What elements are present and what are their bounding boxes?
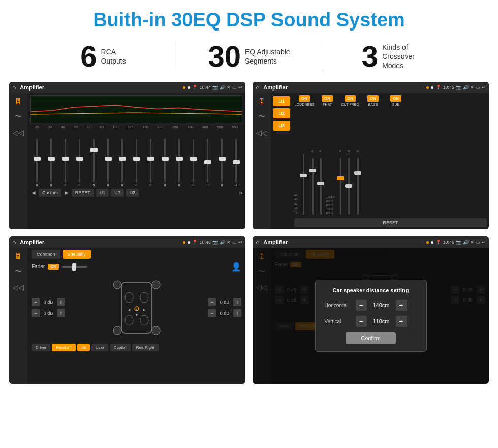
db-minus-bl[interactable]: − <box>32 309 40 317</box>
eq-thumb-6[interactable] <box>119 157 126 161</box>
dialog-confirm-button[interactable]: Confirm <box>346 332 396 344</box>
fader-wave-icon[interactable]: 〜 <box>15 267 22 276</box>
svg-point-11 <box>152 281 160 289</box>
eq-tune-icon[interactable]: 🎛 <box>15 97 22 105</box>
speaker-icon-1: 🔊 <box>220 85 225 90</box>
toggle-phat-state[interactable]: ON <box>322 95 333 102</box>
amp-reset-btn[interactable]: RESET <box>294 218 487 227</box>
amp-preset-u1[interactable]: U1 <box>273 96 290 106</box>
dialog-confirm-row: Confirm <box>325 332 417 344</box>
eq-u1-btn[interactable]: U1 <box>96 189 109 197</box>
fader-tune-icon[interactable]: 🎛 <box>15 252 22 260</box>
eq-track-11[interactable] <box>193 139 194 182</box>
eq-val-4: 5 <box>93 183 95 187</box>
status-dot-1 <box>183 86 185 89</box>
fader-thumb[interactable] <box>72 263 76 271</box>
eq-val-7: 0 <box>136 183 138 187</box>
btn-user[interactable]: User <box>91 344 108 351</box>
toggle-cutfreq-state[interactable]: ON <box>345 95 356 102</box>
fader-track[interactable] <box>62 266 87 268</box>
eq-preset-custom[interactable]: Custom <box>39 189 61 197</box>
btn-rearright[interactable]: RearRight <box>132 344 159 351</box>
eq-track-0[interactable] <box>36 139 38 182</box>
eq-thumb-13[interactable] <box>219 157 226 161</box>
svg-text:▼: ▼ <box>135 313 139 317</box>
db-minus-tr[interactable]: − <box>208 298 216 306</box>
amp-preset-u3[interactable]: U3 <box>273 121 290 131</box>
eq-wave-icon[interactable]: 〜 <box>15 112 22 122</box>
amp-preset-u2[interactable]: U2 <box>273 108 290 118</box>
stat-rca: 6 RCA Outputs <box>30 42 176 71</box>
eq-track-3[interactable] <box>79 139 80 182</box>
eq-thumb-5[interactable] <box>105 157 112 161</box>
dialog-minus-horizontal[interactable]: − <box>356 300 367 311</box>
eq-track-1[interactable] <box>50 139 52 182</box>
btn-rearleft[interactable]: RearLeft <box>52 344 76 351</box>
db-minus-tl[interactable]: − <box>32 298 40 306</box>
fader-label: Fader <box>32 264 45 270</box>
home-icon-2: ⌂ <box>256 84 259 91</box>
eq-slider-12: -1 <box>201 139 214 187</box>
eq-track-7[interactable] <box>136 139 137 182</box>
dialog-plus-horizontal[interactable]: + <box>396 300 407 311</box>
amp-wave-icon[interactable]: 〜 <box>258 112 265 122</box>
eq-track-9[interactable] <box>164 139 166 182</box>
btn-all[interactable]: All <box>77 344 90 351</box>
eq-track-14[interactable] <box>235 139 237 182</box>
tab-specialty[interactable]: Specialty <box>63 250 91 259</box>
eq-track-8[interactable] <box>150 139 151 182</box>
eq-thumb-9[interactable] <box>162 157 169 161</box>
eq-track-12[interactable] <box>207 139 208 182</box>
back-icon-1: ↩ <box>238 85 242 90</box>
eq-more-icon[interactable]: » <box>239 189 242 196</box>
eq-track-10[interactable] <box>178 139 180 182</box>
eq-thumb-0[interactable] <box>34 157 41 161</box>
dialog-plus-vertical[interactable]: + <box>396 316 407 327</box>
toggle-sub-label: SUB <box>392 103 399 106</box>
eq-next-arrow[interactable]: ► <box>64 189 70 196</box>
eq-reset-btn[interactable]: RESET <box>72 189 94 197</box>
dialog-title: Car speaker distance setting <box>325 287 417 293</box>
eq-u3-btn[interactable]: U3 <box>126 189 139 197</box>
btn-copilot[interactable]: Copilot <box>110 344 131 351</box>
location-icon-2: 📍 <box>435 85 441 90</box>
eq-track-5[interactable] <box>107 139 109 182</box>
eq-thumb-7[interactable] <box>133 157 140 161</box>
tab-common[interactable]: Common <box>32 250 60 259</box>
btn-driver[interactable]: Driver <box>32 344 50 351</box>
toggle-bass-state[interactable]: ON <box>367 95 379 102</box>
eq-thumb-4[interactable] <box>90 148 98 152</box>
db-plus-tr[interactable]: + <box>233 298 241 306</box>
camera-icon-4: 📷 <box>456 240 461 245</box>
eq-speaker-icon[interactable]: ◁◁ <box>13 129 24 137</box>
eq-track-4[interactable] <box>93 139 95 182</box>
toggle-loudness-state[interactable]: ON <box>299 95 310 102</box>
eq-track-2[interactable] <box>65 139 66 182</box>
eq-thumb-2[interactable] <box>62 157 69 161</box>
eq-thumb-10[interactable] <box>176 157 183 161</box>
eq-thumb-8[interactable] <box>147 157 154 161</box>
eq-u2-btn[interactable]: U2 <box>111 189 124 197</box>
eq-track-13[interactable] <box>221 139 223 182</box>
amp-speaker-icon[interactable]: ◁◁ <box>256 129 267 137</box>
eq-track-6[interactable] <box>121 139 123 182</box>
eq-thumb-12[interactable] <box>204 160 211 164</box>
db-plus-bl[interactable]: + <box>57 309 65 317</box>
toggle-sub-state[interactable]: ON <box>390 95 401 102</box>
back-icon-3: ↩ <box>238 240 242 245</box>
eq-thumb-11[interactable] <box>190 157 197 161</box>
eq-thumb-1[interactable] <box>48 157 55 161</box>
eq-prev-arrow[interactable]: ◄ <box>30 189 37 196</box>
eq-thumb-3[interactable] <box>76 157 83 161</box>
screen-fader: ⌂ Amplifier 📍 10:46 📷 🔊 ✕ ▭ ↩ 🎛 〜 ◁◁ <box>9 236 245 384</box>
db-plus-tl[interactable]: + <box>57 298 65 306</box>
db-plus-br[interactable]: + <box>233 309 241 317</box>
dialog-value-vertical: 110cm <box>370 318 393 324</box>
db-minus-br[interactable]: − <box>208 309 216 317</box>
db-control-tl: − 0 dB + <box>32 298 65 306</box>
svg-point-7 <box>125 315 133 325</box>
dialog-minus-vertical[interactable]: − <box>356 316 367 327</box>
eq-thumb-14[interactable] <box>233 160 240 164</box>
fader-speaker-icon[interactable]: ◁◁ <box>13 283 24 291</box>
amp-tune-icon[interactable]: 🎛 <box>258 97 265 105</box>
